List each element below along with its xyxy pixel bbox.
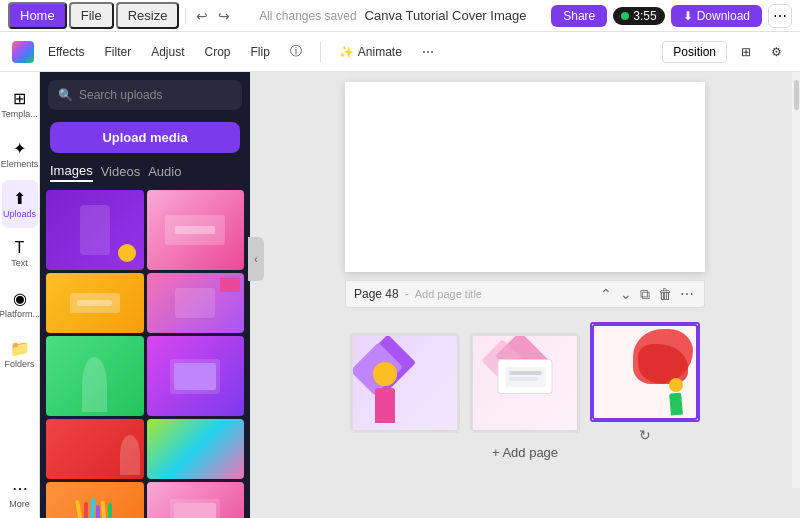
page-down-button[interactable]: ⌄	[618, 284, 634, 305]
page-title-placeholder: -	[405, 287, 409, 301]
more-tools-button[interactable]: ⚙	[765, 41, 788, 63]
sidebar-item-uploads[interactable]: ⬆ Uploads	[2, 180, 38, 228]
second-toolbar: Effects Filter Adjust Crop Flip ⓘ ✨ Anim…	[0, 32, 800, 72]
tab-images[interactable]: Images	[50, 161, 93, 182]
tab-audio[interactable]: Audio	[148, 161, 181, 182]
text-icon: T	[15, 239, 25, 257]
scrollbar-thumb	[794, 80, 799, 110]
page-number: Page 48	[354, 287, 399, 301]
canvas-area: Page 48 - Add page title ⌃ ⌄ ⧉ 🗑 ⋯	[250, 72, 800, 518]
elements-icon: ✦	[13, 139, 26, 158]
sidebar-label-more: More	[9, 500, 30, 510]
tab-home[interactable]: Home	[8, 2, 67, 29]
right-scrollbar[interactable]	[792, 72, 800, 488]
list-item[interactable]	[46, 336, 144, 416]
flip-button[interactable]: Flip	[245, 41, 276, 63]
download-icon: ⬇	[683, 9, 693, 23]
upload-panel: 🔍 Upload media Images Videos Audio	[40, 72, 250, 518]
crop-button[interactable]: Crop	[199, 41, 237, 63]
effects-button[interactable]: Effects	[42, 41, 90, 63]
thumb-box-2	[470, 333, 580, 433]
document-title: Canva Tutorial Cover Image	[365, 8, 527, 23]
search-icon: 🔍	[58, 88, 73, 102]
main-layout: ⊞ Templa... ✦ Elements ⬆ Uploads T Text …	[0, 72, 800, 518]
position-button[interactable]: Position	[662, 41, 727, 63]
search-input[interactable]	[79, 88, 232, 102]
download-button[interactable]: ⬇ Download	[671, 5, 762, 27]
brand-icon: ◉	[13, 289, 27, 308]
thumb-item-2[interactable]	[470, 333, 580, 433]
page-label-bar: Page 48 - Add page title ⌃ ⌄ ⧉ 🗑 ⋯	[345, 280, 705, 308]
more-options-button[interactable]: ⋯	[768, 4, 792, 28]
undo-redo-group: ↩ ↪	[192, 6, 234, 26]
sidebar-label-brand: Platform...	[0, 310, 40, 320]
page-up-button[interactable]: ⌃	[598, 284, 614, 305]
sidebar-item-more[interactable]: ⋯ More	[2, 470, 38, 518]
list-item[interactable]	[147, 482, 245, 518]
canvas-page	[345, 82, 705, 272]
upload-media-button[interactable]: Upload media	[50, 122, 240, 153]
sidebar-label-uploads: Uploads	[3, 210, 36, 220]
list-item[interactable]	[46, 273, 144, 333]
redo-button[interactable]: ↪	[214, 6, 234, 26]
image-grid	[40, 190, 250, 518]
page-copy-button[interactable]: ⧉	[638, 284, 652, 305]
thumb-box-3-selected	[590, 322, 700, 422]
sidebar-label-templates: Templa...	[1, 110, 38, 120]
list-item[interactable]	[46, 190, 144, 270]
timer-dot	[621, 12, 629, 20]
list-item[interactable]	[147, 190, 245, 270]
tab-resize[interactable]: Resize	[116, 2, 180, 29]
sidebar-item-brand[interactable]: ◉ Platform...	[2, 280, 38, 328]
media-tabs: Images Videos Audio	[40, 161, 250, 182]
info-button[interactable]: ⓘ	[284, 39, 308, 64]
folders-icon: 📁	[10, 339, 30, 358]
page-delete-button[interactable]: 🗑	[656, 284, 674, 305]
sidebar-item-templates[interactable]: ⊞ Templa...	[2, 80, 38, 128]
animate-button[interactable]: ✨ Animate	[333, 41, 408, 63]
toolbar-more-button[interactable]: ⋯	[416, 41, 440, 63]
color-palette-icon[interactable]	[12, 41, 34, 63]
timer-text: 3:55	[633, 9, 656, 23]
add-page-row: + Add page	[250, 441, 800, 464]
list-item[interactable]	[46, 419, 144, 479]
animate-sparkle-icon: ✨	[339, 45, 354, 59]
page-actions: ⌃ ⌄ ⧉ 🗑 ⋯	[598, 284, 696, 305]
title-area: All changes saved Canva Tutorial Cover I…	[238, 8, 547, 23]
templates-icon: ⊞	[13, 89, 26, 108]
thumbnails-row: ↻	[350, 322, 700, 444]
sidebar-item-folders[interactable]: 📁 Folders	[2, 330, 38, 378]
list-item[interactable]	[46, 482, 144, 518]
thumb-box-1	[350, 333, 460, 433]
more-icon: ⋯	[12, 479, 28, 498]
toolbar-separator	[320, 42, 321, 62]
sidebar-item-elements[interactable]: ✦ Elements	[2, 130, 38, 178]
thumb-item-1[interactable]	[350, 333, 460, 433]
download-label: Download	[697, 9, 750, 23]
uploads-icon: ⬆	[13, 189, 26, 208]
list-item[interactable]	[147, 419, 245, 479]
timer-badge: 3:55	[613, 7, 664, 25]
search-bar: 🔍	[48, 80, 242, 110]
thumb-item-3[interactable]: ↻	[590, 322, 700, 444]
sidebar-label-elements: Elements	[1, 160, 39, 170]
divider	[185, 8, 186, 24]
add-page-title-btn[interactable]: Add page title	[415, 288, 482, 300]
panel-collapse-button[interactable]: ‹	[248, 237, 264, 281]
list-item[interactable]	[147, 336, 245, 416]
share-button[interactable]: Share	[551, 5, 607, 27]
tab-videos[interactable]: Videos	[101, 161, 141, 182]
saved-status: All changes saved	[259, 9, 356, 23]
icon-sidebar: ⊞ Templa... ✦ Elements ⬆ Uploads T Text …	[0, 72, 40, 518]
add-page-button[interactable]: + Add page	[480, 441, 570, 464]
undo-button[interactable]: ↩	[192, 6, 212, 26]
list-item[interactable]	[147, 273, 245, 333]
filter-button[interactable]: Filter	[98, 41, 137, 63]
sidebar-item-text[interactable]: T Text	[2, 230, 38, 278]
top-bar: Home File Resize ↩ ↪ All changes saved C…	[0, 0, 800, 32]
page-more-button[interactable]: ⋯	[678, 284, 696, 305]
grid-view-button[interactable]: ⊞	[735, 41, 757, 63]
toolbar-right-group: Position ⊞ ⚙	[662, 41, 788, 63]
adjust-button[interactable]: Adjust	[145, 41, 190, 63]
tab-file[interactable]: File	[69, 2, 114, 29]
